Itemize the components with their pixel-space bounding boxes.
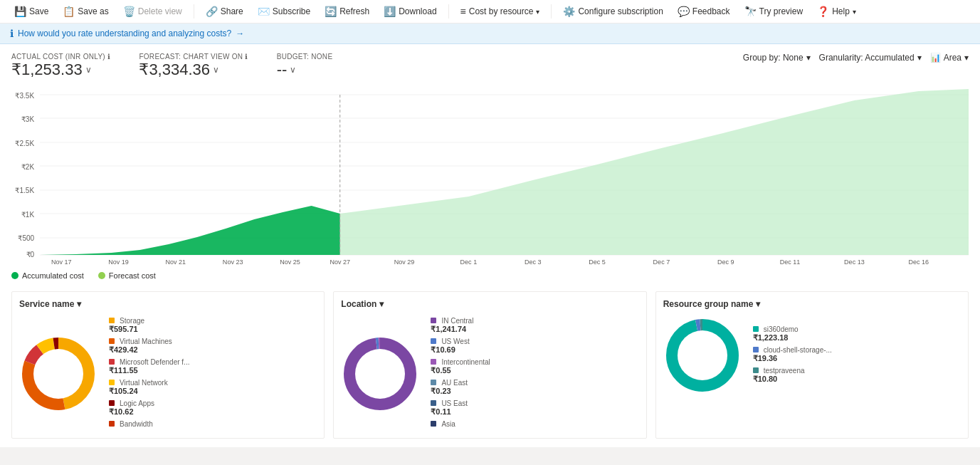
group-by-button[interactable]: Group by: None ▾ [743, 53, 811, 63]
main-content: ACTUAL COST (INR ONLY) ℹ ₹1,253.33 ∨ FOR… [0, 44, 980, 447]
legend-cloud-shell: cloud-shell-storage-... ₹19.36 [753, 345, 961, 363]
legend-logic-apps: Logic Apps ₹10.62 [109, 399, 317, 417]
accumulated-area [40, 206, 340, 255]
share-button[interactable]: 🔗 Share [200, 3, 249, 20]
actual-cost-value: ₹1,253.33 ∨ [11, 61, 110, 79]
forecast-cost-chevron[interactable]: ∨ [213, 65, 219, 75]
feedback-button[interactable]: 💬 Feedback [672, 3, 736, 20]
help-icon: ❓ [817, 6, 829, 17]
resource-group-panel: Resource group name ▾ [655, 291, 969, 439]
actual-cost-metric: ACTUAL COST (INR ONLY) ℹ ₹1,253.33 ∨ [11, 53, 110, 79]
forecast-cost-value: ₹3,334.36 ∨ [139, 61, 248, 79]
info-link[interactable]: → [236, 28, 244, 38]
share-icon: 🔗 [206, 6, 218, 17]
budget-label: BUDGET: NONE [277, 53, 333, 61]
chevron-down-icon-gran: ▾ [917, 53, 922, 63]
legend-bandwidth: Bandwidth [109, 419, 317, 428]
vnet-color [109, 380, 115, 385]
location-header[interactable]: Location ▾ [341, 299, 638, 309]
defender-color [109, 359, 115, 365]
resource-group-header[interactable]: Resource group name ▾ [663, 299, 961, 309]
svg-point-45 [678, 330, 727, 380]
svg-point-37 [33, 349, 83, 399]
svg-text:Nov 17: Nov 17 [51, 258, 72, 266]
delete-view-button[interactable]: 🗑️ Delete view [117, 3, 188, 20]
toolbar: 💾 Save 📋 Save as 🗑️ Delete view 🔗 Share … [0, 0, 980, 23]
service-donut-svg [19, 335, 98, 413]
svg-text:Dec 5: Dec 5 [589, 258, 606, 266]
testpraveena-color [753, 367, 759, 373]
location-donut-svg [341, 335, 419, 413]
forecast-label: Forecast cost [109, 271, 156, 280]
save-as-button[interactable]: 📋 Save as [57, 3, 114, 20]
service-name-header[interactable]: Service name ▾ [19, 299, 317, 309]
asia-color [431, 421, 436, 427]
svg-text:₹3.5K: ₹3.5K [15, 92, 34, 100]
svg-text:Nov 25: Nov 25 [280, 258, 300, 266]
svg-text:Nov 27: Nov 27 [330, 258, 350, 266]
svg-text:Dec 11: Dec 11 [780, 258, 801, 266]
service-name-panel: Service name ▾ [11, 291, 325, 439]
svg-text:Nov 23: Nov 23 [223, 258, 243, 266]
forecast-cost-label: FORECAST: CHART VIEW ON ℹ [139, 53, 248, 61]
bandwidth-color [109, 421, 115, 427]
subscribe-icon: ✉️ [258, 6, 270, 17]
storage-color [109, 318, 115, 323]
help-button[interactable]: ❓ Help ▾ [811, 3, 862, 20]
svg-point-41 [355, 349, 405, 399]
legend-in-central: IN Central ₹1,241.74 [431, 316, 638, 334]
au-east-color [431, 380, 436, 385]
try-preview-button[interactable]: 🔭 Try preview [739, 3, 809, 20]
chart-svg: ₹3.5K ₹3K ₹2.5K ₹2K ₹1.5K ₹1K ₹500 ₹0 No… [11, 88, 969, 266]
subscribe-button[interactable]: ✉️ Subscribe [252, 3, 316, 20]
intercontinental-color [431, 359, 436, 365]
rg-legend: si360demo ₹1,223.18 cloud-shell-storage-… [753, 325, 961, 387]
budget-chevron[interactable]: ∨ [290, 65, 296, 75]
refresh-icon: 🔄 [325, 6, 337, 17]
svg-text:Nov 21: Nov 21 [166, 258, 186, 266]
configure-subscription-button[interactable]: ⚙️ Configure subscription [557, 3, 668, 20]
svg-text:₹2.5K: ₹2.5K [15, 140, 34, 147]
si360demo-color [753, 326, 759, 332]
forecast-cost-metric: FORECAST: CHART VIEW ON ℹ ₹3,334.36 ∨ [139, 53, 248, 79]
legend-asia: Asia [431, 419, 638, 428]
svg-text:₹1.5K: ₹1.5K [15, 187, 34, 194]
in-central-color [431, 318, 436, 323]
gear-icon: ⚙️ [563, 6, 575, 17]
resource-group-title: Resource group name [663, 299, 754, 309]
chevron-down-icon-group: ▾ [806, 53, 811, 63]
refresh-button[interactable]: 🔄 Refresh [319, 3, 375, 20]
cost-by-resource-button[interactable]: ≡ Cost by resource ▾ [455, 3, 546, 20]
chart-options: Group by: None ▾ Granularity: Accumulate… [743, 53, 969, 63]
panels-row: Service name ▾ [11, 291, 969, 439]
svg-text:Dec 3: Dec 3 [525, 258, 542, 266]
location-content: IN Central ₹1,241.74 US West ₹10.69 Inte… [341, 316, 638, 431]
logic-apps-color [109, 400, 115, 406]
us-east-color [431, 400, 436, 406]
chevron-down-icon-location: ▾ [379, 299, 384, 309]
svg-text:₹1K: ₹1K [21, 211, 35, 219]
legend-vm: Virtual Machines ₹429.42 [109, 337, 317, 355]
service-donut [19, 335, 98, 413]
delete-icon: 🗑️ [123, 6, 135, 17]
legend-au-east: AU East ₹0.23 [431, 378, 638, 396]
info-message: How would you rate understanding and ana… [18, 28, 231, 38]
service-name-content: Storage ₹595.71 Virtual Machines ₹429.42… [19, 316, 317, 431]
view-type-button[interactable]: 📊 Area ▾ [930, 53, 969, 63]
legend-vnet: Virtual Network ₹105.24 [109, 378, 317, 396]
preview-icon: 🔭 [744, 6, 757, 17]
info-bar: ℹ How would you rate understanding and a… [0, 23, 980, 44]
location-title: Location [341, 299, 376, 309]
chevron-down-icon-service: ▾ [77, 299, 81, 309]
info-icon: ℹ [10, 28, 14, 39]
svg-text:Dec 7: Dec 7 [653, 258, 670, 266]
save-button[interactable]: 💾 Save [9, 3, 54, 20]
save-icon: 💾 [14, 6, 26, 17]
svg-text:Nov 19: Nov 19 [108, 258, 129, 266]
granularity-button[interactable]: Granularity: Accumulated ▾ [819, 53, 922, 63]
cost-summary: ACTUAL COST (INR ONLY) ℹ ₹1,253.33 ∨ FOR… [11, 53, 969, 79]
svg-text:Dec 13: Dec 13 [844, 258, 865, 266]
download-button[interactable]: ⬇️ Download [378, 3, 442, 20]
chevron-down-icon-rg: ▾ [756, 299, 760, 309]
actual-cost-chevron[interactable]: ∨ [85, 65, 92, 75]
